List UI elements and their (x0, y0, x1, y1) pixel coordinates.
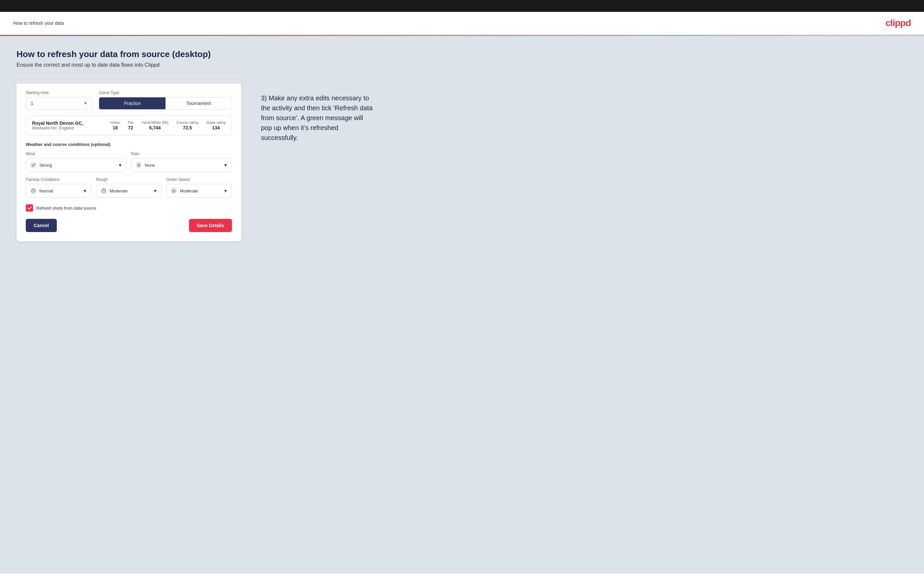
green-speed-label: Green Speed (166, 177, 232, 182)
course-location: Westward Ho!, England (32, 126, 83, 131)
content-layout: Starting Hole 1 ▼ Game Type Practice Tou… (16, 80, 908, 241)
stat-slope-rating: Slope rating 134 (206, 121, 226, 131)
rough-label: Rough (96, 177, 162, 182)
starting-hole-group: Starting Hole 1 ▼ (26, 90, 92, 110)
wind-group: Wind Strong ▼ (26, 152, 126, 172)
stat-holes: Holes 18 (111, 121, 120, 131)
refresh-checkbox-row: Refresh shots from data source (26, 204, 232, 211)
holes-value: 18 (111, 125, 120, 131)
rough-chevron-icon: ▼ (153, 189, 157, 193)
cancel-button[interactable]: Cancel (26, 219, 57, 232)
green-speed-icon (170, 187, 177, 194)
rain-select[interactable]: None ▼ (131, 158, 232, 172)
fairway-icon-left: Normal (30, 187, 53, 194)
starting-hole-label: Starting Hole (26, 90, 92, 95)
side-text-content: 3) Make any extra edits necessary to the… (261, 93, 373, 143)
rough-select[interactable]: Moderate ▼ (96, 184, 162, 198)
page-heading: How to refresh your data from source (de… (16, 49, 908, 60)
fairway-group: Fairway Conditions Normal ▼ (26, 177, 92, 198)
starting-hole-chevron-icon: ▼ (83, 101, 87, 106)
save-button[interactable]: Save Details (189, 219, 232, 232)
conditions-grid-top: Wind Strong ▼ Rain (26, 152, 232, 172)
side-text: 3) Make any extra edits necessary to the… (261, 80, 373, 143)
green-speed-select[interactable]: Moderate ▼ (166, 184, 232, 198)
green-speed-value: Moderate (180, 189, 198, 193)
green-speed-chevron-icon: ▼ (223, 189, 228, 193)
wind-icon (30, 162, 37, 168)
wind-value: Strong (39, 163, 52, 168)
green-speed-group: Green Speed Moderate ▼ (166, 177, 232, 198)
main-content: How to refresh your data from source (de… (0, 36, 924, 573)
course-rating-label: Course rating (176, 121, 198, 124)
rough-icon-left: Moderate (100, 187, 128, 194)
header: How to refresh your data clippd (0, 12, 924, 35)
rain-label: Rain (131, 152, 232, 156)
page-subheading: Ensure the correct and most up to date d… (16, 62, 908, 68)
rain-icon-left: None (136, 162, 155, 168)
slope-rating-value: 134 (206, 125, 226, 131)
rough-icon (100, 187, 107, 194)
par-value: 72 (128, 125, 134, 131)
rain-icon (136, 162, 142, 168)
svg-rect-2 (102, 190, 105, 192)
conditions-title: Weather and course conditions (optional) (26, 142, 232, 147)
course-rating-value: 72.5 (176, 125, 198, 131)
rough-group: Rough Moderate ▼ (96, 177, 162, 198)
rain-chevron-icon: ▼ (223, 163, 228, 168)
yards-value: 6,744 (141, 125, 168, 131)
game-type-buttons: Practice Tournament (99, 97, 232, 110)
rain-value: None (145, 163, 155, 168)
par-label: Par (128, 121, 134, 124)
rain-group: Rain None ▼ (131, 152, 232, 172)
course-name: Royal North Devon GC, (32, 121, 83, 126)
refresh-checkbox[interactable] (26, 204, 33, 211)
wind-icon-left: Strong (30, 162, 52, 168)
refresh-label: Refresh shots from data source (36, 206, 96, 211)
top-bar (0, 0, 924, 12)
header-title: How to refresh your data (13, 21, 64, 26)
starting-hole-value: 1 (31, 101, 33, 106)
starting-hole-select[interactable]: 1 ▼ (26, 97, 92, 110)
card-top-strip (16, 80, 241, 84)
course-row: Royal North Devon GC, Westward Ho!, Engl… (26, 116, 232, 135)
footer: Copyright Clippd 2022 (0, 573, 924, 577)
starting-hole-row: Starting Hole 1 ▼ Game Type Practice Tou… (26, 90, 232, 110)
slope-rating-label: Slope rating (206, 121, 226, 124)
course-stats: Holes 18 Par 72 Yards/White (M)) 6,744 C… (111, 121, 226, 131)
action-row: Cancel Save Details (26, 219, 232, 232)
stat-course-rating: Course rating 72.5 (176, 121, 198, 131)
course-info: Royal North Devon GC, Westward Ho!, Engl… (32, 121, 83, 131)
practice-button[interactable]: Practice (99, 97, 165, 109)
logo: clippd (886, 18, 911, 28)
wind-select[interactable]: Strong ▼ (26, 158, 126, 172)
wind-label: Wind (26, 152, 126, 156)
fairway-value: Normal (39, 189, 53, 193)
wind-chevron-icon: ▼ (118, 163, 122, 168)
fairway-label: Fairway Conditions (26, 177, 92, 182)
stat-par: Par 72 (128, 121, 134, 131)
holes-label: Holes (111, 121, 120, 124)
tournament-button[interactable]: Tournament (165, 97, 232, 109)
form-card: Starting Hole 1 ▼ Game Type Practice Tou… (16, 80, 241, 241)
fairway-icon (30, 187, 37, 194)
conditions-grid-bottom: Fairway Conditions Normal ▼ Rough (26, 177, 232, 198)
stat-yards: Yards/White (M)) 6,744 (141, 121, 168, 131)
rough-value: Moderate (110, 189, 128, 193)
game-type-group: Game Type Practice Tournament (99, 90, 232, 110)
game-type-label: Game Type (99, 90, 232, 95)
green-speed-icon-left: Moderate (170, 187, 198, 194)
svg-point-4 (173, 191, 174, 192)
fairway-select[interactable]: Normal ▼ (26, 184, 92, 198)
yards-label: Yards/White (M)) (141, 121, 168, 124)
svg-point-0 (138, 164, 140, 166)
fairway-chevron-icon: ▼ (83, 189, 87, 193)
svg-rect-1 (32, 190, 35, 192)
